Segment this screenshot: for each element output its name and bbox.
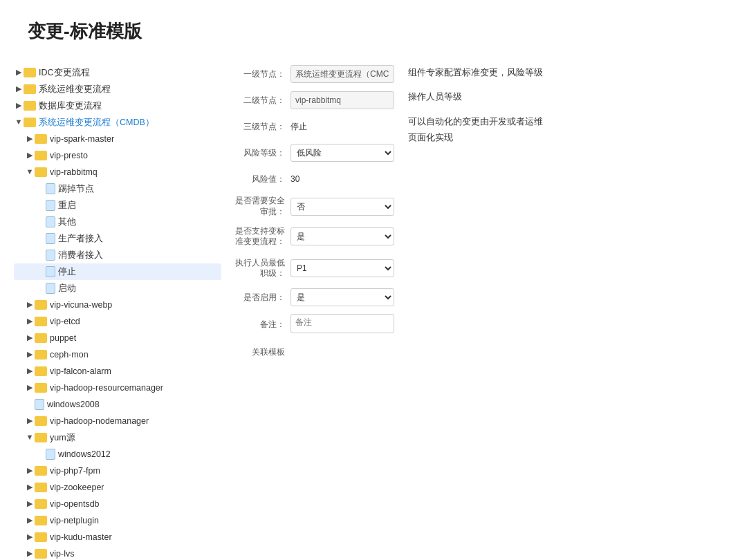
- tree-toggle-icon[interactable]: ▶: [25, 498, 35, 510]
- tree-item-zookeeper[interactable]: ▶vip-zookeeper: [14, 479, 221, 496]
- level3-value-container: 停止: [290, 120, 394, 134]
- tree-toggle-icon[interactable]: ▶: [25, 149, 35, 162]
- file-icon: [46, 449, 55, 460]
- tree-toggle-icon[interactable]: ▶: [14, 66, 24, 79]
- tree-item-opentsdb[interactable]: ▶vip-opentsdb: [14, 496, 221, 512]
- tree-toggle-icon[interactable]: ▶: [25, 514, 35, 527]
- tree-toggle-icon[interactable]: ▼: [14, 116, 24, 129]
- tree-toggle-icon[interactable]: ▶: [25, 332, 35, 344]
- level3-value: 停止: [290, 120, 394, 134]
- tree-item-label: 停止: [58, 265, 76, 279]
- tree-toggle-icon[interactable]: ▼: [25, 166, 35, 178]
- folder-icon: [24, 68, 36, 77]
- file-icon: [35, 399, 44, 410]
- tree-item-label: ceph-mon: [50, 348, 89, 362]
- executor-label: 执行人员最低职级：: [228, 258, 290, 279]
- tree-toggle-icon[interactable]: ▼: [25, 431, 35, 444]
- folder-icon: [24, 118, 36, 127]
- tree-item-hadoop-nm[interactable]: ▶vip-hadoop-nodemanager: [14, 413, 221, 429]
- tree-item-idc[interactable]: ▶IDC变更流程: [14, 64, 221, 81]
- tree-toggle-icon[interactable]: ▶: [14, 100, 24, 112]
- tree-item-stop[interactable]: 停止: [14, 263, 221, 280]
- tree-toggle-icon[interactable]: ▶: [25, 548, 35, 560]
- form-panel: 一级节点： 二级节点： 三级节点： 停止 风险等级： 低风险 中风险 高风险: [221, 64, 401, 560]
- security-select[interactable]: 否 是: [290, 198, 394, 216]
- tree-item-falcon[interactable]: ▶vip-falcon-alarm: [14, 363, 221, 380]
- tree-item-puppet[interactable]: ▶puppet: [14, 330, 221, 346]
- executor-select[interactable]: P1 P2 P3 P4: [290, 259, 394, 277]
- tree-item-presto[interactable]: ▶vip-presto: [14, 147, 221, 164]
- folder-icon: [35, 466, 47, 476]
- level1-value-container: [290, 65, 394, 83]
- stdflow-value-container: 是 否: [290, 227, 394, 245]
- tree-toggle-icon[interactable]: ▶: [25, 315, 35, 328]
- tree-toggle-icon[interactable]: ▶: [14, 83, 24, 95]
- enable-select[interactable]: 是 否: [290, 288, 394, 306]
- tree-item-win2012[interactable]: windows2012: [14, 446, 221, 463]
- tree-item-db[interactable]: ▶数据库变更流程: [14, 97, 221, 114]
- tree-item-label: vip-opentsdb: [50, 497, 100, 511]
- tree-item-label: puppet: [50, 331, 76, 345]
- tree-item-label: vip-spark-master: [50, 132, 114, 146]
- tree-item-producer[interactable]: 生产者接入: [14, 230, 221, 247]
- tree-toggle-icon[interactable]: ▶: [25, 531, 35, 543]
- form-row-risk: 风险等级： 低风险 中风险 高风险: [228, 143, 394, 162]
- tree-item-etcd[interactable]: ▶vip-etcd: [14, 313, 221, 330]
- desc-line4: 可以自动化的变更由开发或者运维页面化实现: [408, 113, 546, 146]
- tree-item-vicuna[interactable]: ▶vip-vicuna-webp: [14, 297, 221, 313]
- file-icon: [46, 233, 55, 244]
- tree-item-consumer[interactable]: 消费者接入: [14, 247, 221, 263]
- tree-item-spark[interactable]: ▶vip-spark-master: [14, 131, 221, 147]
- form-row-level2: 二级节点：: [228, 91, 394, 110]
- form-row-enable: 是否启用： 是 否: [228, 288, 394, 307]
- tree-toggle-icon[interactable]: ▶: [25, 465, 35, 477]
- stdflow-select[interactable]: 是 否: [290, 227, 394, 245]
- tree-item-yum[interactable]: ▼yum源: [14, 429, 221, 446]
- risk-val-value: 30: [290, 173, 394, 185]
- tree-item-start[interactable]: 启动: [14, 280, 221, 297]
- tree-item-sysops[interactable]: ▼系统运维变更流程（CMDB）: [14, 114, 221, 131]
- notes-label: 备注：: [228, 319, 290, 330]
- tree-toggle-icon[interactable]: ▶: [25, 348, 35, 361]
- tree-item-label: 消费者接入: [58, 248, 103, 262]
- risk-label: 风险等级：: [228, 147, 290, 159]
- file-icon: [46, 250, 55, 261]
- level1-input[interactable]: [290, 65, 394, 83]
- risk-select[interactable]: 低风险 中风险 高风险: [290, 144, 394, 162]
- tree-item-netplugin[interactable]: ▶vip-netplugin: [14, 512, 221, 529]
- tree-item-label: 系统运维变更流程（CMDB）: [39, 115, 154, 129]
- notes-textarea[interactable]: [290, 314, 394, 333]
- tree-item-sys[interactable]: ▶系统运维变更流程: [14, 81, 221, 97]
- tree-toggle-icon[interactable]: ▶: [25, 365, 35, 377]
- desc-line2: 操作人员等级: [408, 88, 546, 104]
- level2-value-container: [290, 91, 394, 109]
- form-row-notes: 备注：: [228, 314, 394, 335]
- notes-value-container: [290, 314, 394, 335]
- tree-item-label: vip-falcon-alarm: [50, 364, 111, 378]
- tree-item-win2008[interactable]: windows2008: [14, 396, 221, 413]
- tree-item-label: 踢掉节点: [58, 182, 94, 196]
- tree-toggle-icon[interactable]: ▶: [25, 299, 35, 311]
- level2-input[interactable]: [290, 91, 394, 109]
- tree-toggle-icon[interactable]: ▶: [25, 382, 35, 394]
- folder-icon: [35, 433, 47, 442]
- file-icon: [46, 216, 55, 227]
- tree-item-restart[interactable]: 重启: [14, 197, 221, 214]
- tree-item-other[interactable]: 其他: [14, 214, 221, 230]
- folder-icon: [24, 101, 36, 111]
- tree-item-label: 数据库变更流程: [39, 99, 102, 113]
- tree-toggle-icon[interactable]: ▶: [25, 415, 35, 427]
- tree-item-label: vip-rabbitmq: [50, 165, 98, 179]
- tree-item-ceph[interactable]: ▶ceph-mon: [14, 346, 221, 363]
- tree-toggle-icon[interactable]: ▶: [25, 133, 35, 145]
- executor-value-container: P1 P2 P3 P4: [290, 259, 394, 277]
- tree-item-php7[interactable]: ▶vip-php7-fpm: [14, 463, 221, 479]
- tree-item-kick[interactable]: 踢掉节点: [14, 180, 221, 197]
- tree-toggle-icon[interactable]: ▶: [25, 481, 35, 494]
- tree-item-hadoop-rm[interactable]: ▶vip-hadoop-resourcemanager: [14, 380, 221, 396]
- tree-item-label: 系统运维变更流程: [39, 82, 111, 96]
- tree-item-rabbitmq[interactable]: ▼vip-rabbitmq: [14, 164, 221, 180]
- tree-item-lvs[interactable]: ▶vip-lvs: [14, 545, 221, 560]
- folder-icon: [35, 483, 47, 492]
- tree-item-kudu[interactable]: ▶vip-kudu-master: [14, 529, 221, 545]
